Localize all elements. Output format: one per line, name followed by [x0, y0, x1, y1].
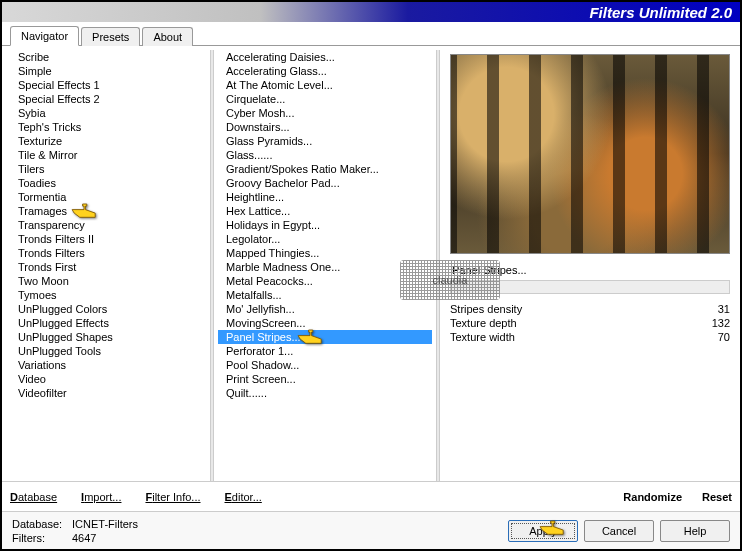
- right-panel: Panel Stripes... Stripes density31Textur…: [444, 50, 740, 481]
- filter-item[interactable]: Downstairs...: [218, 120, 432, 134]
- category-item[interactable]: Videofilter: [10, 386, 206, 400]
- cancel-button[interactable]: Cancel: [584, 520, 654, 542]
- filter-item[interactable]: Legolator...: [218, 232, 432, 246]
- tab-about[interactable]: About: [142, 27, 193, 46]
- database-button[interactable]: Database: [10, 491, 57, 503]
- category-item[interactable]: Tronds Filters II: [10, 232, 206, 246]
- filter-item[interactable]: Panel Stripes...: [218, 330, 432, 344]
- filter-item[interactable]: Hex Lattice...: [218, 204, 432, 218]
- status-info: Database:ICNET-Filters Filters:4647: [12, 517, 138, 545]
- main-area: ScribeSimpleSpecial Effects 1Special Eff…: [2, 46, 740, 481]
- filter-item[interactable]: Accelerating Glass...: [218, 64, 432, 78]
- category-item[interactable]: Two Moon: [10, 274, 206, 288]
- app-title: Filters Unlimited 2.0: [589, 4, 732, 21]
- reset-button[interactable]: Reset: [702, 491, 732, 503]
- title-bar: Filters Unlimited 2.0: [2, 2, 740, 22]
- category-item[interactable]: Tronds Filters: [10, 246, 206, 260]
- filter-item[interactable]: Metalfalls...: [218, 288, 432, 302]
- category-item[interactable]: Special Effects 2: [10, 92, 206, 106]
- filter-item[interactable]: Glass Pyramids...: [218, 134, 432, 148]
- param-value: 132: [712, 317, 730, 329]
- param-label: Stripes density: [450, 303, 522, 315]
- category-list-panel: ScribeSimpleSpecial Effects 1Special Eff…: [10, 50, 206, 481]
- category-item[interactable]: Texturize: [10, 134, 206, 148]
- category-item[interactable]: UnPlugged Tools: [10, 344, 206, 358]
- db-label: Database:: [12, 517, 72, 531]
- filter-info-button[interactable]: Filter Info...: [145, 491, 200, 503]
- category-item[interactable]: Tronds First: [10, 260, 206, 274]
- param-row[interactable]: Texture depth132: [450, 316, 730, 330]
- filter-item[interactable]: MovingScreen...: [218, 316, 432, 330]
- tab-bar: NavigatorPresetsAbout: [2, 24, 740, 46]
- category-list[interactable]: ScribeSimpleSpecial Effects 1Special Eff…: [10, 50, 206, 481]
- tab-navigator[interactable]: Navigator: [10, 26, 79, 46]
- filter-item[interactable]: Cirquelate...: [218, 92, 432, 106]
- category-item[interactable]: Sybia: [10, 106, 206, 120]
- category-item[interactable]: Tramages: [10, 204, 206, 218]
- filter-item[interactable]: At The Atomic Level...: [218, 78, 432, 92]
- param-label: Texture depth: [450, 317, 517, 329]
- filter-item[interactable]: Accelerating Daisies...: [218, 50, 432, 64]
- filter-item[interactable]: Glass......: [218, 148, 432, 162]
- filter-item[interactable]: Mo' Jellyfish...: [218, 302, 432, 316]
- preview-image: [450, 54, 730, 254]
- category-item[interactable]: Transparency: [10, 218, 206, 232]
- category-item[interactable]: Scribe: [10, 50, 206, 64]
- apply-button[interactable]: Apply: [508, 520, 578, 542]
- filters-value: 4647: [72, 532, 96, 544]
- parameters-panel: Stripes density31Texture depth132Texture…: [450, 302, 730, 344]
- toolbar: Database Import... Filter Info... Editor…: [2, 481, 740, 511]
- category-item[interactable]: Simple: [10, 64, 206, 78]
- splitter-2[interactable]: [436, 50, 440, 481]
- selected-filter-title: Panel Stripes...: [450, 262, 730, 278]
- tab-presets[interactable]: Presets: [81, 27, 140, 46]
- filter-item[interactable]: Metal Peacocks...: [218, 274, 432, 288]
- param-value: 31: [718, 303, 730, 315]
- filter-item[interactable]: Quilt......: [218, 386, 432, 400]
- filter-item[interactable]: Holidays in Egypt...: [218, 218, 432, 232]
- param-row[interactable]: Texture width70: [450, 330, 730, 344]
- category-item[interactable]: Teph's Tricks: [10, 120, 206, 134]
- db-value: ICNET-Filters: [72, 518, 138, 530]
- category-item[interactable]: Toadies: [10, 176, 206, 190]
- help-button[interactable]: Help: [660, 520, 730, 542]
- category-item[interactable]: Video: [10, 372, 206, 386]
- category-item[interactable]: Tile & Mirror: [10, 148, 206, 162]
- import-button[interactable]: Import...: [81, 491, 121, 503]
- filter-item[interactable]: Mapped Thingies...: [218, 246, 432, 260]
- randomize-button[interactable]: Randomize: [623, 491, 682, 503]
- param-value: 70: [718, 331, 730, 343]
- category-item[interactable]: Tilers: [10, 162, 206, 176]
- category-item[interactable]: Special Effects 1: [10, 78, 206, 92]
- editor-button[interactable]: Editor...: [225, 491, 262, 503]
- param-row[interactable]: Stripes density31: [450, 302, 730, 316]
- filter-list-panel: Accelerating Daisies...Accelerating Glas…: [218, 50, 432, 481]
- category-item[interactable]: UnPlugged Shapes: [10, 330, 206, 344]
- filter-item[interactable]: Perforator 1...: [218, 344, 432, 358]
- filter-item[interactable]: Groovy Bachelor Pad...: [218, 176, 432, 190]
- category-item[interactable]: Tymoes: [10, 288, 206, 302]
- filter-list[interactable]: Accelerating Daisies...Accelerating Glas…: [218, 50, 432, 481]
- filter-item[interactable]: Cyber Mosh...: [218, 106, 432, 120]
- category-item[interactable]: UnPlugged Colors: [10, 302, 206, 316]
- filter-item[interactable]: Heightline...: [218, 190, 432, 204]
- filter-item[interactable]: Gradient/Spokes Ratio Maker...: [218, 162, 432, 176]
- filter-item[interactable]: Marble Madness One...: [218, 260, 432, 274]
- param-label: Texture width: [450, 331, 515, 343]
- category-item[interactable]: Variations: [10, 358, 206, 372]
- progress-bar: [450, 280, 730, 294]
- splitter-1[interactable]: [210, 50, 214, 481]
- category-item[interactable]: Tormentia: [10, 190, 206, 204]
- footer: Database:ICNET-Filters Filters:4647 Appl…: [2, 511, 740, 549]
- filter-item[interactable]: Pool Shadow...: [218, 358, 432, 372]
- filter-item[interactable]: Print Screen...: [218, 372, 432, 386]
- filters-label: Filters:: [12, 531, 72, 545]
- category-item[interactable]: UnPlugged Effects: [10, 316, 206, 330]
